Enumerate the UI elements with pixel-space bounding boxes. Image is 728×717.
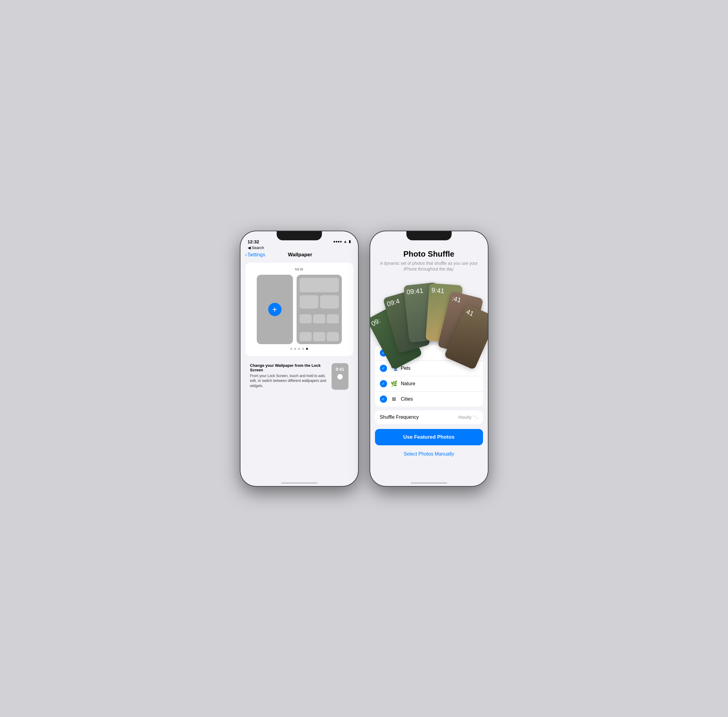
nature-icon: 🌿 (391, 380, 398, 387)
battery-icon: ▮ (349, 240, 351, 244)
wifi-icon: ▲ (344, 240, 347, 244)
widget-row-2 (300, 295, 339, 311)
notch (277, 231, 322, 240)
photo-shuffle-title: Photo Shuffle (378, 249, 481, 259)
category-cities[interactable]: ✓ ⊞ Cities (375, 392, 483, 407)
dot-2 (294, 348, 296, 350)
pets-check: ✓ (380, 365, 387, 372)
phone-1-screen: 12:32 ●●●● ▲ ▮ ◀ Search ‹ Settings Wallp… (241, 231, 358, 486)
dot-5-active (306, 348, 308, 350)
fan-card-6-time: 41 (465, 308, 488, 326)
widget-small-5 (313, 332, 325, 341)
home-indicator (281, 482, 317, 484)
dot-1 (290, 348, 292, 350)
wallpaper-page-title: Wallpaper (265, 252, 335, 258)
widget-small-3 (327, 314, 339, 323)
dot-3 (298, 348, 300, 350)
widget-small-6 (327, 332, 339, 341)
phone-2: Photo Shuffle A dynamic set of photos th… (370, 231, 488, 486)
mini-time: 9:41 (335, 367, 344, 372)
widget-row-1 (300, 278, 339, 294)
new-label: NEW (250, 267, 349, 271)
lock-screen-mini-preview: 9:41 (332, 363, 349, 390)
settings-back-button[interactable]: ‹ Settings (245, 252, 265, 258)
widget-wide (300, 278, 339, 292)
chevron-left-icon: ‹ (245, 252, 247, 258)
photo-shuffle-subtitle: A dynamic set of photos that shuffle as … (378, 261, 481, 272)
widget-small-1 (300, 314, 312, 323)
shuffle-frequency-value: Hourly ⌃⌄ (458, 415, 478, 420)
cities-label: Cities (401, 397, 478, 402)
dot-4 (302, 348, 304, 350)
cities-check: ✓ (380, 395, 387, 403)
widget-small-4 (300, 332, 312, 341)
mini-dot (337, 374, 343, 380)
fan-card-5-time: :41 (451, 294, 480, 309)
settings-back-label: Settings (248, 252, 265, 258)
add-wallpaper-button[interactable]: + (268, 303, 282, 316)
shuffle-chevron-icon: ⌃⌄ (473, 415, 478, 419)
shuffle-frequency-label: Shuffle Frequency (380, 415, 419, 420)
search-label[interactable]: ◀ Search (241, 246, 358, 250)
hint-text: Change your Wallpaper from the Lock Scre… (250, 363, 328, 389)
use-featured-photos-button[interactable]: Use Featured Photos (375, 429, 483, 445)
status-time: 12:32 (248, 239, 259, 244)
home-screen-preview[interactable] (297, 275, 342, 344)
photo-fan: 09: 09:4 09:41 9:41 :41 (375, 277, 483, 340)
hint-card: Change your Wallpaper from the Lock Scre… (245, 358, 353, 395)
widget-row-3 (300, 314, 339, 329)
shuffle-frequency-row[interactable]: Shuffle Frequency Hourly ⌃⌄ (375, 410, 483, 424)
category-nature[interactable]: ✓ 🌿 Nature (375, 376, 483, 392)
signal-icon: ●●●● (334, 240, 342, 244)
widget-small-2 (313, 314, 325, 323)
nav-bar: ‹ Settings Wallpaper (241, 250, 358, 260)
hint-title: Change your Wallpaper from the Lock Scre… (250, 363, 328, 372)
shuffle-frequency-text: Hourly (458, 415, 471, 420)
home-indicator-2 (411, 482, 447, 484)
wallpaper-previews[interactable]: + (250, 275, 349, 344)
select-photos-manually-button[interactable]: Select Photos Manually (375, 449, 483, 459)
nature-label: Nature (401, 381, 478, 386)
page-indicator (250, 348, 349, 350)
notch-2 (407, 231, 452, 240)
cities-icon: ⊞ (391, 396, 398, 402)
widget-square-2 (320, 295, 339, 308)
status-icons: ●●●● ▲ ▮ (334, 240, 351, 244)
widget-row-4 (300, 332, 339, 341)
widget-square-1 (300, 295, 318, 308)
wallpaper-card-area: NEW + (245, 262, 353, 356)
nature-check: ✓ (380, 380, 387, 387)
phone-2-screen: Photo Shuffle A dynamic set of photos th… (370, 231, 488, 486)
hint-description: From your Lock Screen, touch and hold to… (250, 374, 328, 389)
lock-screen-preview[interactable]: + (257, 275, 293, 344)
phone-1: 12:32 ●●●● ▲ ▮ ◀ Search ‹ Settings Wallp… (241, 231, 358, 486)
